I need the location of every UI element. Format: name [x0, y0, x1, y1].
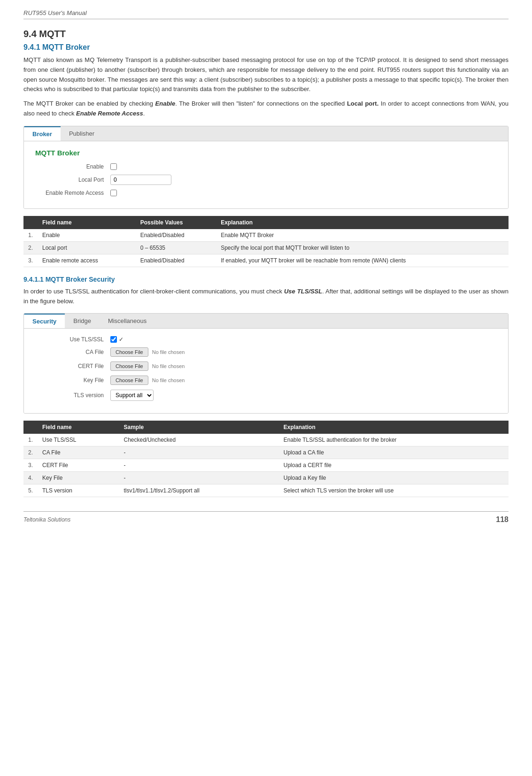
enable-remote-label: Enable Remote Access: [35, 190, 110, 196]
row-num: 1.: [23, 434, 38, 446]
security-ui-mockup: Security Bridge Miscellaneous Use TLS/SS…: [23, 313, 509, 414]
col-field-name: Field name: [38, 216, 136, 229]
table-row: 1. Enable Enabled/Disabled Enable MQTT B…: [23, 229, 509, 242]
broker-tab-bar: Broker Publisher: [24, 126, 508, 141]
tab-bridge[interactable]: Bridge: [65, 314, 100, 328]
row-sample: -: [119, 472, 278, 484]
local-port-input[interactable]: [110, 175, 171, 185]
row-num: 2.: [23, 241, 38, 254]
tab-publisher[interactable]: Publisher: [61, 126, 103, 141]
key-file-choose-button[interactable]: Choose File: [110, 376, 148, 385]
footer-company: Teltonika Solutions: [23, 516, 70, 523]
key-file-label: Key File: [35, 377, 110, 384]
table-row: 5. TLS version tlsv1/tlsv1.1/tlsv1.2/Sup…: [23, 484, 509, 497]
row-num: 3.: [23, 459, 38, 472]
row-explanation: Enable MQTT Broker: [216, 229, 509, 242]
broker-ui-mockup: Broker Publisher MQTT Broker Enable Loca…: [23, 126, 509, 209]
row-sample: Checked/Unchecked: [119, 434, 278, 446]
tab-broker[interactable]: Broker: [24, 126, 61, 141]
tab-security[interactable]: Security: [24, 314, 65, 328]
header-title: RUT955 User's Manual: [23, 9, 87, 16]
table-row: 2. Local port 0 – 65535 Specify the loca…: [23, 241, 509, 254]
row-values: Enabled/Disabled: [136, 229, 216, 242]
row-explanation: Upload a CERT file: [279, 459, 509, 472]
use-tls-row: Use TLS/SSL ✓: [35, 336, 497, 343]
row-explanation: Specify the local port that MQTT broker …: [216, 241, 509, 254]
cert-file-choose-button[interactable]: Choose File: [110, 361, 148, 371]
row-sample: -: [119, 446, 278, 459]
cert-file-label: CERT File: [35, 363, 110, 369]
table-row: 3. Enable remote access Enabled/Disabled…: [23, 254, 509, 267]
table-row: 1. Use TLS/SSL Checked/Unchecked Enable …: [23, 434, 509, 446]
col-explanation: Explanation: [279, 421, 509, 434]
broker-ui-content: MQTT Broker Enable Local Port Enable Rem…: [24, 141, 508, 208]
row-num: 2.: [23, 446, 38, 459]
col-sample: Sample: [119, 421, 278, 434]
row-sample: tlsv1/tlsv1.1/tlsv1.2/Support all: [119, 484, 278, 497]
table-row: 4. Key File - Upload a Key file: [23, 472, 509, 484]
enable-remote-row: Enable Remote Access: [35, 190, 497, 196]
row-explanation: Upload a CA file: [279, 446, 509, 459]
row-sample: -: [119, 459, 278, 472]
enable-checkbox[interactable]: [110, 163, 117, 170]
footer-page-number: 118: [496, 515, 509, 524]
tls-version-select[interactable]: Support all tlsv1 tlsv1.1 tlsv1.2: [110, 390, 154, 401]
row-field: Enable: [38, 229, 136, 242]
col-explanation: Explanation: [216, 216, 509, 229]
row-field: CERT File: [38, 459, 119, 472]
row-field: Use TLS/SSL: [38, 434, 119, 446]
row-field: CA File: [38, 446, 119, 459]
row-explanation: Enable TLS/SSL authentication for the br…: [279, 434, 509, 446]
cert-file-no-file-text: No file chosen: [152, 363, 185, 369]
enable-remote-checkbox[interactable]: [110, 190, 117, 196]
tls-version-label: TLS version: [35, 392, 110, 399]
checkmark-indicator: ✓: [119, 336, 123, 343]
row-num: 5.: [23, 484, 38, 497]
section-9-4-1-1-para: In order to use TLS/SSL authentication f…: [23, 287, 509, 307]
page-footer: Teltonika Solutions 118: [23, 511, 509, 524]
key-file-row: Key File Choose File No file chosen: [35, 376, 497, 385]
col-num: [23, 421, 38, 434]
col-num: [23, 216, 38, 229]
row-explanation: Select which TLS version the broker will…: [279, 484, 509, 497]
local-port-row: Local Port: [35, 175, 497, 185]
row-field: Local port: [38, 241, 136, 254]
broker-table: Field name Possible Values Explanation 1…: [23, 216, 509, 267]
row-num: 3.: [23, 254, 38, 267]
security-ui-content: Use TLS/SSL ✓ CA File Choose File No fil…: [24, 329, 508, 413]
ca-file-no-file-text: No file chosen: [152, 349, 185, 355]
local-port-label: Local Port: [35, 177, 110, 183]
section-9-4-1-para2: The MQTT Broker can be enabled by checki…: [23, 99, 509, 119]
enable-label: Enable: [35, 163, 110, 170]
mqtt-broker-title: MQTT Broker: [35, 149, 497, 157]
section-9-4-1-heading: 9.4.1 MQTT Broker: [23, 43, 509, 52]
section-9-4-heading: 9.4 MQTT: [23, 29, 509, 39]
tls-version-row: TLS version Support all tlsv1 tlsv1.1 tl…: [35, 390, 497, 401]
row-num: 4.: [23, 472, 38, 484]
col-field-name: Field name: [38, 421, 119, 434]
ca-file-choose-button[interactable]: Choose File: [110, 347, 148, 357]
row-field: Enable remote access: [38, 254, 136, 267]
use-tls-checkbox[interactable]: [110, 336, 117, 343]
ca-file-row: CA File Choose File No file chosen: [35, 347, 497, 357]
use-tls-label: Use TLS/SSL: [35, 336, 110, 343]
tab-miscellaneous[interactable]: Miscellaneous: [100, 314, 155, 328]
row-field: TLS version: [38, 484, 119, 497]
ca-file-label: CA File: [35, 349, 110, 355]
section-9-4-1-1-heading: 9.4.1.1 MQTT Broker Security: [23, 276, 509, 283]
header-bar: RUT955 User's Manual: [23, 9, 509, 19]
row-values: 0 – 65535: [136, 241, 216, 254]
row-explanation: Upload a Key file: [279, 472, 509, 484]
row-values: Enabled/Disabled: [136, 254, 216, 267]
table-row: 3. CERT File - Upload a CERT file: [23, 459, 509, 472]
security-tab-bar: Security Bridge Miscellaneous: [24, 314, 508, 329]
section-9-4-1-para1: MQTT also known as MQ Telemetry Transpor…: [23, 55, 509, 94]
enable-row: Enable: [35, 163, 497, 170]
key-file-no-file-text: No file chosen: [152, 377, 185, 383]
row-field: Key File: [38, 472, 119, 484]
col-possible-values: Possible Values: [136, 216, 216, 229]
row-num: 1.: [23, 229, 38, 242]
row-explanation: If enabled, your MQTT broker will be rea…: [216, 254, 509, 267]
cert-file-row: CERT File Choose File No file chosen: [35, 361, 497, 371]
security-table: Field name Sample Explanation 1. Use TLS…: [23, 421, 509, 497]
